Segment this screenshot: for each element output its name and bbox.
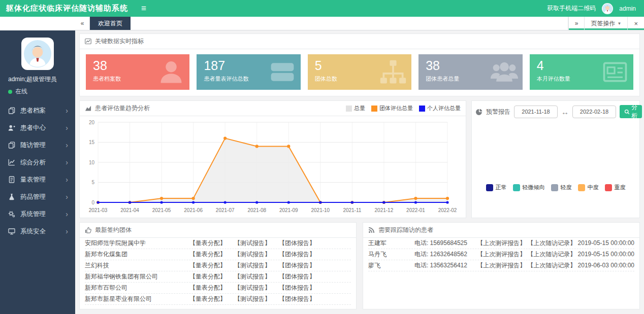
stat-card-4[interactable]: 4 本月评估数量 xyxy=(530,54,633,90)
header-right: 获取手机端二维码 admin xyxy=(547,3,644,14)
legend-swatch xyxy=(605,184,612,191)
patient-name: 王建军 xyxy=(368,239,414,248)
tabs-scroll-left-button[interactable]: « xyxy=(75,17,90,30)
chevron-right-icon: › xyxy=(66,124,68,132)
thumbs-up-icon xyxy=(85,227,91,233)
last-followup-link[interactable]: 【上次随访记录】 2019-06-03 00:00:00 xyxy=(527,261,634,270)
qr-code-link[interactable]: 获取手机端二维码 xyxy=(547,4,596,13)
sidebar-item-4[interactable]: 量表管理 › xyxy=(0,171,75,188)
group-link-2[interactable]: 【团体报告】 xyxy=(279,284,315,292)
sidebar-avatar[interactable] xyxy=(21,38,54,70)
group-link-1[interactable]: 【测试报告】 xyxy=(234,261,271,270)
date-to-input[interactable] xyxy=(572,106,616,118)
tab-actions-label: 页签操作 xyxy=(591,19,615,28)
line-chart-icon xyxy=(8,159,20,166)
group-row: 新郑市化煤集团 【量表分配】【测试报告】【团体报告】 xyxy=(85,249,351,260)
svg-text:2021-06: 2021-06 xyxy=(184,207,203,213)
trend-panel: 患者评估量趋势分析 总量团体评估总量个人评估总量 051015202021-03… xyxy=(79,100,466,218)
last-assessment-link[interactable]: 【上次测评报告】 xyxy=(477,261,527,270)
group-link-0[interactable]: 【量表分配】 xyxy=(189,295,226,303)
group-link-2[interactable]: 【团体报告】 xyxy=(279,295,315,303)
group-link-1[interactable]: 【测试报告】 xyxy=(234,284,271,292)
group-name: 新郑福华钢铁集团有限公司 xyxy=(85,272,189,281)
severity-legend-item: 轻度 xyxy=(551,184,572,191)
group-link-1[interactable]: 【测试报告】 xyxy=(234,239,271,248)
hamburger-menu-icon[interactable]: ≡ xyxy=(136,0,151,17)
stat-card-1[interactable]: 187 患者量表评估总数 xyxy=(197,54,300,90)
group-link-2[interactable]: 【团体报告】 xyxy=(279,250,315,259)
fullscreen-icon[interactable]: × xyxy=(627,17,644,30)
legend-label: 团体评估总量 xyxy=(379,104,413,112)
sidebar-item-label: 患者档案 xyxy=(20,107,46,115)
users-icon xyxy=(490,58,519,86)
files-icon xyxy=(8,107,20,114)
group-link-0[interactable]: 【量表分配】 xyxy=(189,239,226,248)
sidebar-item-5[interactable]: 药品管理 › xyxy=(0,188,75,205)
username-label[interactable]: admin xyxy=(619,5,636,12)
svg-text:2021-11: 2021-11 xyxy=(343,207,361,213)
stat-cards: 38 患者档案数 187 患者量表评估总数 5 团体总数 38 团体患者总量 4… xyxy=(80,49,639,96)
stat-card-3[interactable]: 38 团体患者总量 xyxy=(418,54,522,90)
group-link-1[interactable]: 【测试报告】 xyxy=(234,295,271,303)
sidebar-item-3[interactable]: 综合分析 › xyxy=(0,154,75,171)
patient-phone: 电话: 12632648562 xyxy=(414,250,477,259)
online-status-dot xyxy=(8,90,12,94)
last-followup-link[interactable]: 【上次随访记录】 2019-05-15 00:00:00 xyxy=(527,239,634,248)
severity-legend-item: 重度 xyxy=(605,184,626,191)
svg-text:2021-07: 2021-07 xyxy=(216,207,235,213)
group-link-2[interactable]: 【团体报告】 xyxy=(279,272,315,281)
desktop-icon xyxy=(8,228,20,235)
last-assessment-link[interactable]: 【上次测评报告】 xyxy=(477,239,527,248)
legend-label: 总量 xyxy=(354,104,365,112)
user-avatar[interactable] xyxy=(602,3,613,14)
group-link-1[interactable]: 【测试报告】 xyxy=(234,250,271,259)
legend-label: 正常 xyxy=(496,184,507,191)
chevron-right-icon: › xyxy=(66,107,68,115)
chevron-right-icon: › xyxy=(66,210,68,218)
last-assessment-link[interactable]: 【上次测评报告】 xyxy=(477,250,527,259)
tab-home[interactable]: 欢迎首页 xyxy=(90,17,131,30)
patients-panel-title: 需要跟踪随访的患者 xyxy=(378,226,433,234)
sidebar-item-1[interactable]: 患者中心 › xyxy=(0,119,75,136)
sidebar-item-label: 量表管理 xyxy=(20,176,46,184)
severity-legend: 正常轻微倾向轻度中度重度 xyxy=(472,184,639,191)
patient-row: 王建军 电话: 15695684525 【上次测评报告】 【上次随访记录】 20… xyxy=(368,238,634,249)
group-row: 新郑市百帮公司 【量表分配】【测试报告】【团体报告】 xyxy=(85,283,351,294)
patients-panel: 需要跟踪随访的患者 王建军 电话: 15695684525 【上次测评报告】 【… xyxy=(363,222,640,309)
svg-text:20: 20 xyxy=(89,120,95,125)
sidebar-item-7[interactable]: 系统安全 › xyxy=(0,223,75,240)
analyze-button[interactable]: 分析 xyxy=(620,105,642,118)
last-followup-link[interactable]: 【上次随访记录】 2019-05-15 00:00:00 xyxy=(527,250,634,259)
group-link-0[interactable]: 【量表分配】 xyxy=(189,261,226,270)
stat-card-2[interactable]: 5 团体总数 xyxy=(308,54,411,90)
trend-legend-item[interactable]: 个人评估总量 xyxy=(419,104,461,112)
sidebar-item-6[interactable]: 系统管理 › xyxy=(0,205,75,223)
trend-line-chart[interactable]: 051015202021-032021-042021-052021-062021… xyxy=(80,116,457,217)
legend-label: 中度 xyxy=(588,184,599,191)
svg-text:2021-09: 2021-09 xyxy=(279,207,298,213)
trend-legend-item[interactable]: 团体评估总量 xyxy=(371,104,413,112)
svg-text:5: 5 xyxy=(91,180,94,185)
trend-legend-item[interactable]: 总量 xyxy=(346,104,365,112)
tabs-scroll-right-button[interactable]: » xyxy=(568,17,585,30)
analyze-button-label: 分析 xyxy=(631,103,637,120)
severity-legend-item: 正常 xyxy=(486,184,507,191)
legend-label: 重度 xyxy=(615,184,626,191)
stat-card-0[interactable]: 38 患者档案数 xyxy=(86,54,189,90)
sidebar-item-0[interactable]: 患者档案 › xyxy=(0,102,75,119)
group-link-2[interactable]: 【团体报告】 xyxy=(279,261,315,270)
group-link-0[interactable]: 【量表分配】 xyxy=(189,284,226,292)
sitemap-icon xyxy=(379,58,407,86)
group-link-2[interactable]: 【团体报告】 xyxy=(279,239,315,248)
group-link-0[interactable]: 【量表分配】 xyxy=(189,272,226,281)
date-from-input[interactable] xyxy=(514,106,558,118)
patient-row: 廖飞 电话: 13563256412 【上次测评报告】 【上次随访记录】 201… xyxy=(368,260,634,271)
sidebar-item-2[interactable]: 随访管理 › xyxy=(0,136,75,154)
group-link-1[interactable]: 【测试报告】 xyxy=(234,272,271,281)
svg-text:2022-01: 2022-01 xyxy=(406,207,425,213)
tab-actions-dropdown[interactable]: 页签操作 ▼ xyxy=(584,17,627,30)
severity-legend-item: 中度 xyxy=(578,184,599,191)
legend-swatch xyxy=(486,184,493,191)
file-text-icon xyxy=(8,176,20,183)
group-link-0[interactable]: 【量表分配】 xyxy=(189,250,226,259)
